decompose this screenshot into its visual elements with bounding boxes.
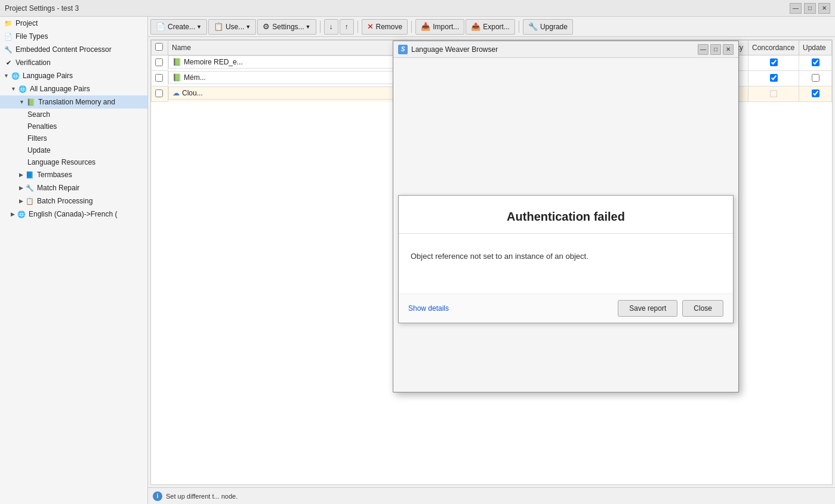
use-icon: 📋 [214,22,223,31]
sidebar-item-match-repair[interactable]: ▶ 🔧 Match Repair [0,181,147,194]
row-update-checkbox[interactable] [812,89,819,97]
error-title-section: Authentication failed [399,196,733,234]
upgrade-button[interactable]: 🔧 Upgrade [523,19,573,35]
sidebar-item-batch-processing[interactable]: ▶ 📋 Batch Processing [0,194,147,208]
title-bar-controls: — □ ✕ [790,3,830,14]
upgrade-icon: 🔧 [528,22,538,31]
matchrepair-icon: 🔧 [25,183,35,193]
sidebar-item-filetypes[interactable]: 📄 File Types [0,30,147,43]
langpairs-icon: 🌐 [11,71,20,81]
close-button[interactable]: ✕ [818,3,830,14]
lw-close-button[interactable]: ✕ [723,44,734,55]
settings-icon: ⚙ [263,22,270,31]
error-footer-buttons: Save report Close [618,300,723,317]
tm-icon: 📗 [26,97,36,107]
sidebar-item-search[interactable]: Search [0,109,147,120]
sidebar-item-verification[interactable]: ✔ Verification [0,56,147,69]
settings-button[interactable]: ⚙ Settings... ▼ [257,19,316,35]
sidebar-item-en-fr[interactable]: ▶ 🌐 English (Canada)->French ( [0,208,147,221]
import-button[interactable]: 📥 Import... [415,19,464,35]
sidebar-item-lang-resources[interactable]: Language Resources [0,156,147,168]
col-checkbox [152,41,168,55]
toolbar-separator [320,21,321,33]
row-concordance-checkbox[interactable] [770,74,778,82]
export-icon: 📤 [471,22,480,31]
row-update-checkbox[interactable] [812,74,819,82]
sidebar-item-embedded[interactable]: 🔧 Embedded Content Processor [0,43,147,56]
expand-arrow: ▼ [4,73,9,79]
alllangpairs-icon: 🌐 [18,84,27,94]
error-title: Authentication failed [411,210,721,224]
use-button[interactable]: 📋 Use... ▼ [208,19,256,35]
sidebar-item-label: Penalties [27,122,57,131]
sidebar-item-language-pairs[interactable]: ▼ 🌐 Language Pairs [0,69,147,82]
remove-button[interactable]: ✕ Remove [362,19,408,35]
row-checkbox[interactable] [155,74,163,82]
show-details-link[interactable]: Show details [408,304,449,313]
sidebar-item-label: Search [27,110,50,119]
move-up-button[interactable]: ↑ [340,19,354,35]
maximize-button[interactable]: □ [804,3,816,14]
status-message: Set up different t... node. [166,493,238,500]
sidebar-item-update[interactable]: Update [0,144,147,156]
expand-arrow: ▼ [19,99,24,105]
sidebar-item-project[interactable]: 📁 Project [0,17,147,30]
lw-content: Authentication failed Object reference n… [393,58,738,392]
sidebar-item-label: All Language Pairs [30,85,90,93]
toolbar-separator-2 [358,21,358,33]
row-checkbox-cell [152,86,168,102]
filetypes-icon: 📄 [4,32,13,41]
select-all-checkbox[interactable] [155,43,163,51]
remove-icon: ✕ [367,22,374,31]
expand-arrow: ▶ [19,172,23,178]
row-concordance-checkbox[interactable] [770,58,778,66]
export-button[interactable]: 📤 Export... [466,19,515,35]
row-checkbox[interactable] [155,58,163,66]
error-body: Object reference not set to an instance … [399,234,733,293]
save-report-button[interactable]: Save report [618,300,677,317]
error-footer: Show details Save report Close [399,293,733,323]
row-update-checkbox[interactable] [812,58,819,66]
lw-title-bar: S Language Weaver Browser — □ ✕ [393,41,738,58]
title-bar: Project Settings - test 3 — □ ✕ [0,0,835,17]
expand-arrow: ▶ [11,211,15,217]
lw-minimize-button[interactable]: — [698,44,708,55]
sidebar-item-penalties[interactable]: Penalties [0,120,147,132]
sidebar-item-label: Translation Memory and [38,98,115,106]
move-down-button[interactable]: ↓ [324,19,338,35]
create-button[interactable]: 📄 Create... ▼ [150,19,207,35]
lw-titlebar-controls: — □ ✕ [698,44,734,55]
sidebar-item-all-lang-pairs[interactable]: ▼ 🌐 All Language Pairs [0,82,147,95]
termbases-icon: 📘 [25,170,35,180]
col-concordance: Concordance [748,41,799,55]
main-layout: 📁 Project 📄 File Types 🔧 Embedded Conten… [0,17,835,504]
verification-icon: ✔ [4,58,13,67]
lw-window-title: Language Weaver Browser [411,45,498,54]
sidebar-item-filters[interactable]: Filters [0,132,147,144]
sidebar-item-translation-memory[interactable]: ▼ 📗 Translation Memory and [0,95,147,109]
content-area: 📄 Create... ▼ 📋 Use... ▼ ⚙ Settings... ▼… [148,17,835,504]
row-update-cell [799,71,832,86]
lw-app-icon: S [398,45,408,54]
lw-maximize-button[interactable]: □ [710,44,721,55]
sidebar-item-label: Verification [16,58,51,67]
row-concordance-cell [748,55,799,71]
info-icon: i [153,491,162,501]
create-icon: 📄 [156,22,165,31]
expand-arrow: ▶ [19,198,23,204]
sidebar-item-termbases[interactable]: ▶ 📘 Termbases [0,168,147,181]
sidebar-item-label: Termbases [37,171,72,179]
toolbar: 📄 Create... ▼ 📋 Use... ▼ ⚙ Settings... ▼… [148,17,835,37]
row-update-cell [799,55,832,71]
sidebar-item-label: File Types [16,32,48,41]
close-dialog-button[interactable]: Close [682,300,723,317]
row-checkbox[interactable] [155,89,163,97]
import-icon: 📥 [421,22,430,31]
sidebar-item-label: Language Pairs [23,72,73,80]
sidebar-item-label: Project [16,19,38,27]
minimize-button[interactable]: — [790,3,802,14]
sidebar-item-label: Embedded Content Processor [16,45,112,54]
sidebar-item-label: Language Resources [27,158,95,166]
sidebar: 📁 Project 📄 File Types 🔧 Embedded Conten… [0,17,148,504]
sidebar-item-label: Filters [27,134,47,143]
